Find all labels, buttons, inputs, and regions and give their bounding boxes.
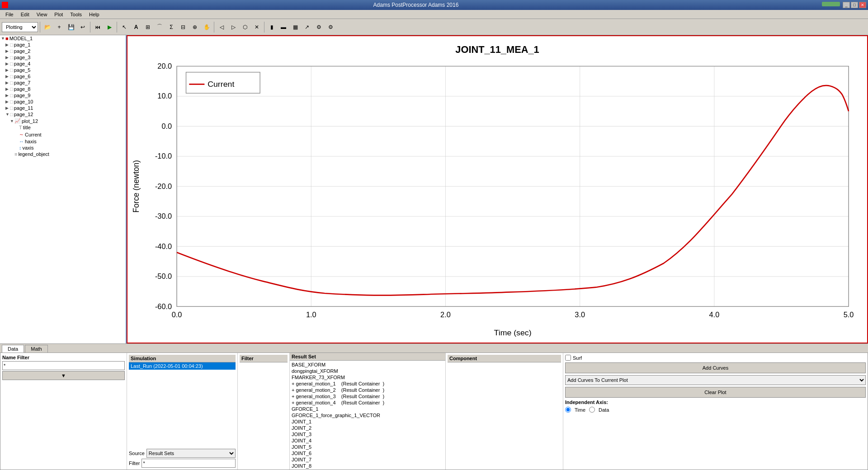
zoom-right-button[interactable]: ▷	[228, 22, 239, 33]
undo-button[interactable]: ↩	[77, 22, 88, 33]
settings-button[interactable]: ⚙	[313, 22, 324, 33]
result-item-fmarker[interactable]: FMARKER_73_XFORM	[291, 374, 444, 381]
tree-item-page1[interactable]: ▶ □ page_1	[5, 42, 126, 48]
result-item-gforce1[interactable]: GFORCE_1	[291, 406, 444, 412]
menu-tools[interactable]: Tools	[66, 11, 85, 18]
sum-button[interactable]: Σ	[166, 22, 177, 33]
simulation-item-lastrun[interactable]: Last_Run (2022-05-01 00:04:23)	[129, 362, 236, 370]
menu-file[interactable]: File	[2, 11, 17, 18]
clear-plot-button[interactable]: Clear Plot	[565, 387, 866, 398]
menu-plot[interactable]: Plot	[51, 11, 66, 18]
hand-button[interactable]: ✋	[201, 22, 212, 33]
text-button[interactable]: A	[131, 22, 142, 33]
time-radio[interactable]	[565, 407, 571, 413]
result-item-gm1[interactable]: + general_motion_1 (Result Container )	[291, 381, 444, 387]
tree-item-current[interactable]: ～ Current	[14, 131, 126, 138]
tree-label-legend: legend_object	[18, 151, 49, 157]
mode-dropdown[interactable]: Plotting	[2, 22, 38, 32]
result-item-gforce-vector[interactable]: GFORCE_1_force_graphic_1_VECTOR	[291, 412, 444, 418]
result-item-joint5[interactable]: JOINT_5	[291, 444, 444, 450]
gear2-button[interactable]: ⚙	[325, 22, 336, 33]
surf-checkbox[interactable]	[565, 355, 571, 361]
tree-item-vaxis[interactable]: ↕ vaxis	[14, 145, 126, 151]
tree-item-page9[interactable]: ▶ □ page_9	[5, 92, 126, 99]
result-item-joint8-mea2[interactable]: JOINT_8_MEA_2	[291, 469, 444, 470]
tree-toggle-page4: ▶	[5, 61, 10, 66]
result-item-joint8[interactable]: JOINT_8	[291, 463, 444, 469]
tree-item-page7[interactable]: ▶ □ page_7	[5, 80, 126, 86]
tree-item-page3[interactable]: ▶ □ page_3	[5, 54, 126, 61]
select-button[interactable]: ↖	[119, 22, 130, 33]
tree-item-title[interactable]: T title	[14, 124, 126, 131]
layout-v-button[interactable]: ▮	[266, 22, 277, 33]
svg-text:3.0: 3.0	[575, 310, 585, 319]
result-item-gm4[interactable]: + general_motion_4 (Result Container )	[291, 400, 444, 406]
result-item-joint7[interactable]: JOINT_7	[291, 456, 444, 463]
zoom-fit-button[interactable]: ⬡	[240, 22, 250, 33]
page3-icon: □	[10, 55, 13, 60]
tree-label-vaxis: vaxis	[23, 145, 34, 150]
menu-edit[interactable]: Edit	[17, 11, 33, 18]
maximize-button[interactable]: □	[851, 2, 858, 8]
tree-toggle-page12: ▼	[5, 112, 10, 117]
tree-item-page2[interactable]: ▶ □ page_2	[5, 48, 126, 54]
result-item-joint3[interactable]: JOINT_3	[291, 431, 444, 437]
result-item-dongpingtai[interactable]: dongpingtai_XFORM	[291, 368, 444, 374]
haxis-icon: ↔	[19, 139, 24, 144]
tree-item-plot12[interactable]: ▼ 📈 plot_12	[9, 118, 126, 124]
export-button[interactable]: ↗	[302, 22, 312, 33]
open-button[interactable]: 📂	[42, 22, 53, 33]
result-item-joint2[interactable]: JOINT_2	[291, 425, 444, 431]
result-item-joint6[interactable]: JOINT_6	[291, 450, 444, 456]
tab-math[interactable]: Math	[25, 345, 47, 352]
save-button[interactable]: 💾	[66, 22, 76, 33]
close-button[interactable]: ✕	[859, 2, 866, 8]
bottom-panel: Data Math Name Filter ▼ Simulation Last_…	[0, 343, 868, 470]
tab-data[interactable]: Data	[2, 345, 24, 353]
table-button[interactable]: ⊞	[142, 22, 153, 33]
svg-text:2.0: 2.0	[440, 310, 451, 319]
new-button[interactable]: +	[54, 22, 65, 33]
minimize-button[interactable]: _	[843, 2, 850, 8]
tree-item-page11[interactable]: ▶ □ page_11	[5, 105, 126, 111]
filter-field-sim[interactable]	[142, 459, 236, 468]
tree-item-page4[interactable]: ▶ □ page_4	[5, 61, 126, 67]
data-radio[interactable]	[589, 407, 595, 413]
tree-item-page5[interactable]: ▶ □ page_5	[5, 67, 126, 73]
zoom-left-button[interactable]: ◁	[216, 22, 227, 33]
tree-item-page8[interactable]: ▶ □ page_8	[5, 86, 126, 92]
prev-button[interactable]: ⏮	[92, 22, 103, 33]
name-filter-input[interactable]	[2, 361, 125, 370]
result-item-gm3[interactable]: + general_motion_3 (Result Container )	[291, 393, 444, 400]
layout-grid-button[interactable]: ▦	[290, 22, 301, 33]
play-button[interactable]: ▶	[104, 22, 115, 33]
toolbar-separator-5	[264, 22, 264, 33]
source-select[interactable]: Result Sets	[146, 449, 236, 458]
menu-help[interactable]: Help	[85, 11, 103, 18]
result-item-joint4[interactable]: JOINT_4	[291, 437, 444, 444]
layout-h-button[interactable]: ▬	[278, 22, 289, 33]
axis-radio-row: Time Data	[565, 407, 866, 413]
result-item-joint1[interactable]: JOINT_1	[291, 418, 444, 425]
page8-icon: □	[10, 86, 13, 92]
result-item-base-xform[interactable]: BASE_XFORM	[291, 362, 444, 368]
grid-button[interactable]: ⊟	[178, 22, 189, 33]
toolbar-separator-2	[90, 22, 90, 33]
add-curves-button[interactable]: Add Curves	[565, 362, 866, 373]
add-curves-mode-select[interactable]: Add Curves To Current Plot	[565, 375, 866, 385]
target-button[interactable]: ⊕	[189, 22, 200, 33]
tree-label-page4: page_4	[14, 61, 31, 66]
current-curve-icon: ～	[19, 131, 24, 138]
curve-button[interactable]: ⌒	[154, 22, 165, 33]
tree-item-legend[interactable]: ≡ legend_object	[9, 151, 126, 157]
tree-item-page12[interactable]: ▼ □ page_12	[5, 111, 126, 118]
tree-item-model1[interactable]: ▼ ■ MODEL_1	[0, 35, 126, 42]
result-item-gm2[interactable]: + general_motion_2 (Result Container )	[291, 387, 444, 393]
svg-text:Current: Current	[208, 80, 234, 89]
zoom-cancel-button[interactable]: ✕	[251, 22, 262, 33]
menu-view[interactable]: View	[33, 11, 51, 18]
tree-item-page10[interactable]: ▶ □ page_10	[5, 99, 126, 105]
tree-item-haxis[interactable]: ↔ haxis	[14, 138, 126, 145]
name-filter-dropdown[interactable]: ▼	[2, 371, 125, 380]
tree-item-page6[interactable]: ▶ □ page_6	[5, 73, 126, 80]
